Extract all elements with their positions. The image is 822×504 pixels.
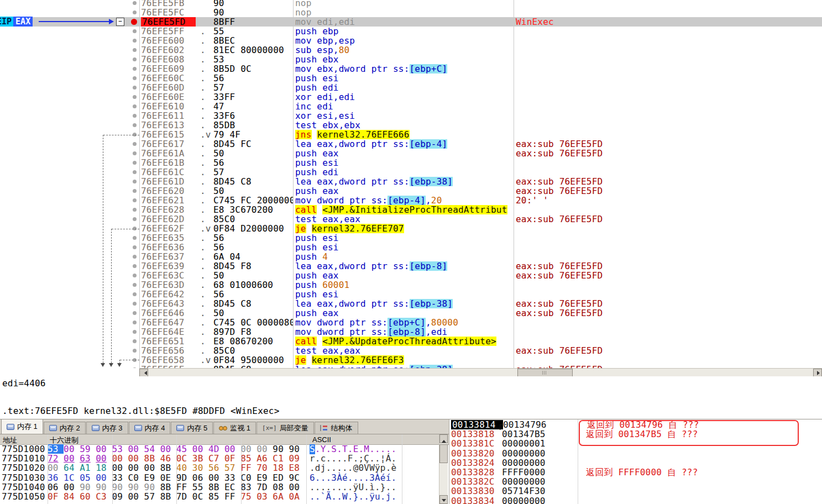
hex-byte[interactable]: 09: [112, 492, 128, 501]
hex-byte[interactable]: 55: [192, 482, 208, 492]
disasm-row[interactable]: 76EFE60C.56push esi: [0, 74, 822, 83]
hex-byte[interactable]: 08: [273, 482, 289, 492]
disasm-row[interactable]: 76EFE642.56push esi: [0, 290, 822, 299]
stack-row[interactable]: 00133828FFFF0000返回到 FFFF0000 自 ???: [449, 468, 822, 477]
hex-byte[interactable]: 40: [176, 463, 192, 473]
disasm-row[interactable]: 76EFE636.56push esi: [0, 243, 822, 252]
hex-byte[interactable]: FF: [176, 482, 192, 492]
scroll-right-button[interactable]: [813, 369, 822, 377]
hex-byte[interactable]: 90: [112, 482, 128, 492]
hex-byte[interactable]: ED: [273, 473, 289, 482]
hex-byte[interactable]: 46: [160, 454, 176, 463]
hex-byte[interactable]: 00: [96, 454, 112, 463]
hex-byte[interactable]: 63: [80, 454, 96, 463]
disasm-row[interactable]: 76EFE628.E8 3C670200call <JMP.&Initializ…: [0, 205, 822, 214]
dump-tab[interactable]: 内存 3: [86, 422, 128, 434]
dump-row[interactable]: 775D10107200630000008B460C3BC70F85A6C109…: [0, 454, 449, 463]
hex-byte[interactable]: 90: [289, 444, 305, 454]
hex-byte[interactable]: 72: [48, 454, 64, 463]
hex-byte[interactable]: 75: [240, 492, 256, 501]
dump-vertical-scrollbar[interactable]: [439, 434, 448, 504]
disasm-row[interactable]: 76EFE643.8D45 C8lea eax,dword ptr ss:[eb…: [0, 299, 822, 308]
scroll-down-button[interactable]: [439, 495, 448, 504]
hex-byte[interactable]: 33: [112, 473, 128, 482]
hex-byte[interactable]: 90: [96, 482, 112, 492]
dump-row[interactable]: 775D10500F8460C30900578B7D0C85FF75036A0A…: [0, 492, 449, 501]
hex-byte[interactable]: 9C: [289, 473, 305, 482]
hex-byte[interactable]: 0C: [176, 454, 192, 463]
breakpoint-icon[interactable]: [131, 19, 137, 25]
hex-byte[interactable]: E8: [289, 463, 305, 473]
hex-byte[interactable]: 8B: [208, 482, 224, 492]
dump-row[interactable]: 775D1040060090909090908BFF558BEC837D0800…: [0, 482, 449, 492]
disasm-row[interactable]: 76EFE61A.50push eaxeax:sub_76EFE5FD: [0, 149, 822, 158]
hex-byte[interactable]: 0F: [224, 454, 240, 463]
hex-byte[interactable]: 1C: [64, 473, 80, 482]
hex-byte[interactable]: 00: [48, 463, 64, 473]
hex-byte[interactable]: 05: [80, 473, 96, 482]
scrollbar-thumb[interactable]: [517, 369, 573, 377]
scroll-up-button[interactable]: [439, 434, 448, 443]
hex-byte[interactable]: 06: [48, 482, 64, 492]
dump-row[interactable]: 775D10200064A1180000008B40305657FF7018E8…: [0, 463, 449, 473]
disasm-row[interactable]: 76EFE608.53push ebx: [0, 55, 822, 64]
hex-byte[interactable]: E9: [256, 473, 273, 482]
hex-byte[interactable]: 06: [192, 473, 208, 482]
hex-byte[interactable]: 84: [64, 492, 80, 501]
disasm-row[interactable]: 76EFE5FF.55push ebp: [0, 27, 822, 36]
dump-tab[interactable]: 监视 1: [213, 422, 256, 434]
disasm-row[interactable]: 76EFE610.47inc edi: [0, 102, 822, 111]
hex-byte[interactable]: 00: [192, 444, 208, 454]
hex-byte[interactable]: 00: [64, 482, 80, 492]
disasm-row[interactable]: 76EFE620.50push eaxeax:sub_76EFE5FD: [0, 186, 822, 196]
collapse-toggle[interactable]: −: [116, 18, 124, 26]
disasm-row[interactable]: 76EFE600.8BECmov ebp,esp: [0, 36, 822, 45]
hex-byte[interactable]: 18: [96, 463, 112, 473]
dump-tab[interactable]: 内存 2: [44, 422, 86, 434]
hex-byte[interactable]: C3: [96, 492, 112, 501]
scrollbar-thumb[interactable]: [439, 444, 448, 463]
hex-byte[interactable]: 00: [96, 444, 112, 454]
disasm-row[interactable]: 76EFE64E.897D F8mov dword ptr ss:[ebp-8]…: [0, 327, 822, 337]
disasm-row[interactable]: 76EFE621.C745 FC 2000000mov dword ptr ss…: [0, 196, 822, 205]
hex-byte[interactable]: 57: [224, 463, 240, 473]
dump-tab[interactable]: 结构体: [315, 422, 358, 434]
disasm-row[interactable]: 76EFE63D.68 01000600push 60001: [0, 280, 822, 290]
disasm-row[interactable]: 76EFE647.C745 0C 0000080mov dword ptr ss…: [0, 318, 822, 327]
disasm-row[interactable]: 76EFE611.33F6xor esi,esi: [0, 111, 822, 120]
hex-byte[interactable]: 56: [208, 463, 224, 473]
hex-byte[interactable]: 18: [273, 463, 289, 473]
hex-byte[interactable]: 7D: [256, 482, 273, 492]
horizontal-scrollbar[interactable]: [139, 368, 822, 377]
stack-row[interactable]: 0013382C00000000: [449, 477, 822, 486]
scroll-left-button[interactable]: [139, 369, 148, 377]
hex-byte[interactable]: C7: [208, 454, 224, 463]
stack-row[interactable]: 0013382000000000: [449, 449, 822, 458]
disasm-row[interactable]: 76EFE646.50push eaxeax:sub_76EFE5FD: [0, 308, 822, 318]
dump-tab[interactable]: 内存 4: [129, 422, 171, 434]
disasm-row[interactable]: 76EFE617.8D45 FClea eax,dword ptr ss:[eb…: [0, 139, 822, 149]
hex-byte[interactable]: 4D: [208, 444, 224, 454]
hex-byte[interactable]: 03: [256, 492, 273, 501]
hex-byte[interactable]: 36: [48, 473, 64, 482]
hex-byte[interactable]: 0F: [48, 492, 64, 501]
hex-byte[interactable]: 85: [208, 492, 224, 501]
disasm-row[interactable]: 76EFE61D.8D45 C8lea eax,dword ptr ss:[eb…: [0, 177, 822, 186]
disasm-row[interactable]: 76EFE609.8B5D 0Cmov ebx,dword ptr ss:[eb…: [0, 64, 822, 74]
hex-byte[interactable]: 57: [144, 492, 160, 501]
hex-byte[interactable]: 64: [64, 463, 80, 473]
hex-byte[interactable]: FF: [240, 463, 256, 473]
disasm-row[interactable]: 76EFE60D.57push edi: [0, 83, 822, 92]
hex-byte[interactable]: 00: [128, 454, 144, 463]
disasm-row[interactable]: 76EFE602.81EC 80000000sub esp,80: [0, 45, 822, 55]
hex-byte[interactable]: 90: [128, 482, 144, 492]
disasm-row[interactable]: 76EFE62D.85C0test eax,eaxeax:sub_76EFE5F…: [0, 214, 822, 224]
hex-byte[interactable]: 00: [64, 454, 80, 463]
hex-byte[interactable]: 70: [256, 463, 273, 473]
hex-byte[interactable]: 00: [160, 444, 176, 454]
hex-byte[interactable]: 54: [144, 444, 160, 454]
hex-byte[interactable]: A6: [256, 454, 273, 463]
hex-byte[interactable]: 83: [240, 482, 256, 492]
hex-byte[interactable]: 00: [128, 463, 144, 473]
hex-byte[interactable]: 53: [48, 444, 64, 454]
